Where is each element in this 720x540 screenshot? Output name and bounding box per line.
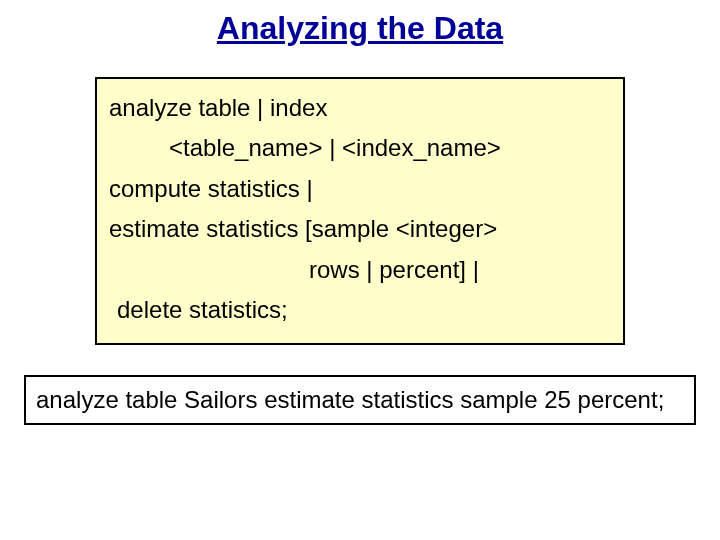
syntax-line-2: <table_name> | <index_name> [109, 129, 611, 167]
example-box: analyze table Sailors estimate statistic… [24, 375, 696, 425]
syntax-line-4: estimate statistics [sample <integer> [109, 210, 611, 248]
syntax-box: analyze table | index <table_name> | <in… [95, 77, 625, 345]
syntax-line-1: analyze table | index [109, 89, 611, 127]
syntax-line-5: rows | percent] | [109, 251, 611, 289]
syntax-line-3: compute statistics | [109, 170, 611, 208]
page-title: Analyzing the Data [0, 0, 720, 77]
syntax-line-6: delete statistics; [109, 291, 611, 329]
